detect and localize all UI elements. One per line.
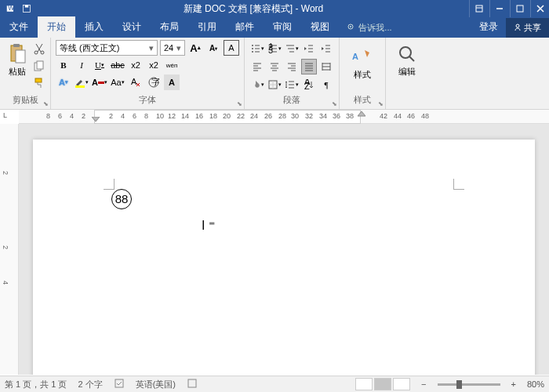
paste-label[interactable]: 粘贴 <box>9 66 26 78</box>
format-painter-icon[interactable] <box>33 77 45 91</box>
status-words[interactable]: 2 个字 <box>78 379 102 390</box>
numbering-icon[interactable]: 123▾ <box>267 41 282 56</box>
editing-label[interactable]: 编辑 <box>398 66 416 78</box>
tab-design[interactable]: 设计 <box>113 16 151 38</box>
zoom-in-button[interactable]: + <box>511 379 516 389</box>
highlight-icon[interactable]: ▾ <box>74 74 89 90</box>
status-page[interactable]: 第 1 页，共 1 页 <box>5 379 67 390</box>
ruler-tick: 6 <box>133 112 136 120</box>
zoom-out-button[interactable]: − <box>421 379 426 389</box>
maximize-icon[interactable] <box>510 0 529 17</box>
ruler-tick: 4 <box>70 112 74 120</box>
zoom-thumb[interactable] <box>456 380 462 389</box>
vertical-ruler[interactable]: 224 <box>0 124 19 375</box>
multilevel-list-icon[interactable]: ▾ <box>284 41 300 56</box>
tab-insert[interactable]: 插入 <box>75 16 113 38</box>
tab-view[interactable]: 视图 <box>301 16 339 38</box>
ruler-tick: 6 <box>58 112 62 120</box>
align-left-icon[interactable] <box>249 59 265 74</box>
clipboard-dialog-launcher[interactable]: ⬊ <box>43 100 49 107</box>
tab-mailings[interactable]: 邮件 <box>226 16 264 38</box>
phonetic-guide-icon[interactable]: wén <box>164 57 180 73</box>
zoom-level[interactable]: 80% <box>527 379 544 389</box>
zoom-slider[interactable] <box>438 383 500 386</box>
grow-font-icon[interactable]: A▴ <box>187 40 203 56</box>
status-macro-icon[interactable] <box>187 378 198 390</box>
italic-button[interactable]: I <box>74 57 89 73</box>
ribbon-display-icon[interactable] <box>469 0 488 17</box>
svg-rect-4 <box>25 5 29 8</box>
font-color-icon[interactable]: A▾ <box>92 74 107 90</box>
read-mode-icon[interactable] <box>355 378 373 390</box>
print-layout-icon[interactable] <box>374 378 391 390</box>
clear-formatting-icon[interactable]: A <box>128 74 144 90</box>
subscript-button[interactable]: x2 <box>128 57 144 73</box>
tab-review[interactable]: 审阅 <box>264 16 301 38</box>
distributed-icon[interactable] <box>318 59 334 74</box>
font-name-combo[interactable]: ▾ <box>56 40 158 56</box>
svg-text:Z: Z <box>304 82 310 90</box>
tab-file[interactable]: 文件 <box>0 16 38 38</box>
document-page[interactable]: 88 I ⁼ <box>33 140 535 375</box>
align-right-icon[interactable] <box>284 59 300 74</box>
decrease-indent-icon[interactable] <box>301 41 317 56</box>
window-title: 新建 DOC 文档 [兼容模式] - Word <box>38 2 469 16</box>
styles-dialog-launcher[interactable]: ⬊ <box>378 100 384 107</box>
cut-icon[interactable] <box>33 42 45 56</box>
paste-icon[interactable] <box>6 42 28 66</box>
web-layout-icon[interactable] <box>393 378 410 390</box>
svg-point-13 <box>35 51 38 54</box>
indent-marker-icon[interactable] <box>92 117 100 124</box>
paragraph-dialog-launcher[interactable]: ⬊ <box>332 100 337 107</box>
bold-button[interactable]: B <box>56 57 71 73</box>
font-size-combo[interactable]: ▾ <box>160 40 185 56</box>
tell-me-search[interactable]: 告诉我... <box>339 18 471 38</box>
tab-home[interactable]: 开始 <box>38 16 75 38</box>
tab-selector[interactable]: L <box>3 111 7 119</box>
minimize-icon[interactable] <box>489 0 508 17</box>
text-effects-icon[interactable]: A▾ <box>56 74 71 90</box>
show-marks-icon[interactable]: ¶ <box>318 77 334 93</box>
superscript-button[interactable]: x2 <box>146 57 162 73</box>
borders-icon[interactable]: ▾ <box>267 77 282 93</box>
font-size-input[interactable] <box>164 43 174 53</box>
svg-rect-17 <box>35 78 42 82</box>
status-proofing-icon[interactable] <box>114 378 125 390</box>
styles-label[interactable]: 样式 <box>354 69 371 81</box>
ruler-tick: 38 <box>346 112 354 120</box>
tab-references[interactable]: 引用 <box>188 16 226 38</box>
svg-point-14 <box>41 51 44 54</box>
line-spacing-icon[interactable]: ▾ <box>284 77 300 93</box>
justify-icon[interactable] <box>301 59 317 74</box>
share-button[interactable]: 共享 <box>506 18 549 38</box>
styles-icon[interactable]: A <box>351 44 374 69</box>
copy-icon[interactable] <box>33 60 45 74</box>
character-shading-icon[interactable]: A <box>164 74 180 90</box>
status-language[interactable]: 英语(美国) <box>136 379 176 390</box>
ruler-tick: 36 <box>333 112 340 120</box>
horizontal-ruler[interactable]: 8642246810121416182022242628303234363842… <box>19 110 549 124</box>
close-icon[interactable] <box>530 0 549 17</box>
increase-indent-icon[interactable] <box>318 41 334 56</box>
change-case-button[interactable]: Aa▾ <box>110 74 125 90</box>
bullets-icon[interactable]: ▾ <box>249 41 265 56</box>
shrink-font-icon[interactable]: A▾ <box>205 40 221 56</box>
document-viewport[interactable]: 88 I ⁼ <box>19 124 549 375</box>
text-border-icon[interactable]: A <box>224 40 239 56</box>
document-content[interactable]: 88 <box>111 187 456 209</box>
right-indent-marker-icon[interactable] <box>358 111 365 118</box>
find-icon[interactable] <box>397 44 417 66</box>
login-button[interactable]: 登录 <box>471 16 506 38</box>
align-center-icon[interactable] <box>267 59 282 74</box>
shading-icon[interactable]: ▾ <box>249 77 265 93</box>
underline-button[interactable]: U▾ <box>92 57 107 73</box>
strikethrough-button[interactable]: abc <box>110 57 125 73</box>
enclose-characters-icon[interactable]: 字 <box>146 74 162 90</box>
font-name-input[interactable] <box>60 43 147 53</box>
font-dialog-launcher[interactable]: ⬊ <box>237 100 242 107</box>
chevron-down-icon[interactable]: ▾ <box>147 43 154 53</box>
tab-layout[interactable]: 布局 <box>151 16 188 38</box>
chevron-down-icon[interactable]: ▾ <box>174 43 181 53</box>
sort-icon[interactable]: AZ <box>301 77 317 93</box>
save-icon[interactable] <box>22 4 31 13</box>
